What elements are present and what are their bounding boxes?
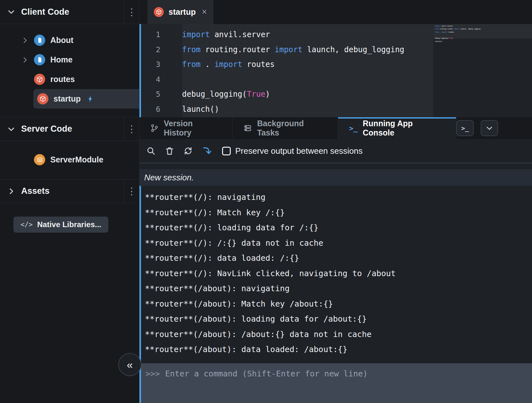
tree-item-servermodule[interactable]: ServerModule bbox=[0, 150, 139, 169]
minimap-code: import anvil.serverfrom routing.router i… bbox=[435, 25, 531, 44]
scroll-to-bottom-button[interactable] bbox=[200, 144, 214, 158]
preserve-output-label: Preserve output between sessions bbox=[235, 146, 362, 156]
tab-label: Running App Console bbox=[363, 119, 445, 137]
tab-title: startup bbox=[169, 7, 196, 17]
tasks-icon bbox=[244, 124, 252, 132]
code-text: debug_logging(True) bbox=[182, 90, 270, 99]
console-line: **router**(/about): loading data for /ab… bbox=[145, 311, 532, 327]
tab-running-app-console[interactable]: >_ Running App Console bbox=[338, 117, 456, 139]
tab-startup[interactable]: startup × bbox=[147, 0, 213, 24]
session-label: New session. bbox=[144, 173, 194, 183]
tree-item-about[interactable]: About bbox=[0, 30, 139, 50]
code-text: from . import routes bbox=[182, 60, 275, 69]
minimap-line: import anvil.server bbox=[435, 25, 531, 28]
section-title: Client Code bbox=[21, 7, 69, 17]
console-line: **router**(/): loading data for /:{} bbox=[145, 220, 532, 235]
module-icon bbox=[37, 93, 48, 104]
native-libraries-button[interactable]: </> Native Libraries... bbox=[13, 217, 108, 233]
console-output[interactable]: **router**(/): navigating**router**(/): … bbox=[139, 186, 532, 363]
kebab-menu-icon[interactable]: ⋮ bbox=[124, 179, 139, 203]
module-icon bbox=[34, 74, 45, 85]
code-text: launch() bbox=[182, 105, 219, 114]
session-divider: New session. bbox=[139, 169, 532, 186]
console-line: **router**(/about): navigating bbox=[145, 281, 532, 296]
tab-background-tasks[interactable]: Background Tasks bbox=[233, 117, 338, 139]
chevron-right-icon[interactable] bbox=[21, 56, 34, 64]
section-header-server-code[interactable]: Server Code ⋮ bbox=[0, 117, 139, 141]
terminal-icon: >_ bbox=[461, 124, 469, 132]
command-input[interactable] bbox=[165, 367, 532, 380]
form-icon bbox=[34, 35, 45, 46]
prompt-label: >>> bbox=[145, 367, 160, 380]
console-body: New session. **router**(/): navigating**… bbox=[139, 163, 532, 403]
tree-item-home[interactable]: Home bbox=[0, 50, 139, 70]
open-terminal-button[interactable]: >_ bbox=[456, 120, 474, 136]
preserve-output-checkbox[interactable] bbox=[222, 147, 231, 155]
console-toolbar: Preserve output between sessions bbox=[139, 139, 532, 163]
minimap-line: launch() bbox=[435, 40, 531, 44]
code-text: from routing.router import launch, debug… bbox=[182, 45, 404, 54]
bottom-panel-tabs: Version History Background Tasks >_ Runn… bbox=[139, 117, 532, 139]
code-text: import anvil.server bbox=[182, 30, 270, 39]
line-number: 5 bbox=[141, 90, 182, 98]
clear-output-button[interactable] bbox=[162, 144, 177, 158]
editor-tabbar: startup × bbox=[139, 0, 532, 24]
console-line: **router**(/): Match key /:{} bbox=[145, 205, 532, 220]
tree-item-label: startup bbox=[54, 94, 81, 103]
section-header-assets[interactable]: Assets ⋮ bbox=[0, 179, 139, 203]
console-line: **router**(/about): data loaded: /about:… bbox=[145, 342, 532, 357]
line-number: 4 bbox=[141, 75, 182, 84]
tab-version-history[interactable]: Version History bbox=[139, 117, 233, 139]
collapse-icon: « bbox=[127, 358, 133, 371]
code-icon: </> bbox=[21, 221, 33, 228]
minimap-line: debug_logging(True) bbox=[435, 37, 531, 41]
console-prompt-icon: >_ bbox=[349, 124, 358, 132]
minimap-line bbox=[435, 34, 531, 37]
line-number: 2 bbox=[141, 45, 182, 54]
native-libraries-label: Native Libraries... bbox=[37, 220, 101, 229]
server-module-icon bbox=[34, 154, 45, 165]
line-number: 1 bbox=[141, 30, 182, 39]
chevron-right-icon[interactable] bbox=[7, 187, 15, 195]
line-number: 3 bbox=[141, 60, 182, 69]
collapse-panel-button[interactable] bbox=[481, 120, 498, 136]
console-line: **router**(/about): Match key /about:{} bbox=[145, 296, 532, 312]
console-input-row: >>> bbox=[139, 363, 532, 403]
client-code-tree: About Home routes bbox=[0, 24, 139, 117]
anvil-ide: Client Code ⋮ About Home bbox=[0, 0, 532, 403]
close-tab-icon[interactable]: × bbox=[202, 8, 207, 16]
form-icon bbox=[34, 54, 45, 65]
chevron-down-icon[interactable] bbox=[7, 8, 15, 16]
console-line: **router**(/): navigating bbox=[145, 190, 532, 205]
collapse-sidebar-button[interactable]: « bbox=[118, 353, 141, 376]
search-button[interactable] bbox=[144, 144, 158, 158]
code-editor[interactable]: 1import anvil.server2from routing.router… bbox=[139, 24, 532, 117]
section-title: Server Code bbox=[21, 124, 72, 134]
startup-bolt-icon bbox=[87, 95, 94, 103]
chevron-down-icon bbox=[486, 124, 493, 132]
tree-item-label: ServerModule bbox=[50, 155, 103, 164]
tree-item-startup[interactable]: startup bbox=[33, 89, 139, 109]
refresh-button[interactable] bbox=[181, 144, 195, 158]
panel-actions: >_ bbox=[456, 117, 532, 139]
console-line: **router**(/): NavLink clicked, navigati… bbox=[145, 266, 532, 281]
chevron-right-icon[interactable] bbox=[21, 37, 34, 44]
console-line: **router**(/about): /about:{} data not i… bbox=[145, 327, 532, 342]
tree-item-label: routes bbox=[50, 75, 75, 84]
tab-label: Version History bbox=[164, 119, 221, 137]
branch-icon bbox=[150, 124, 159, 132]
tab-label: Background Tasks bbox=[257, 119, 327, 137]
chevron-down-icon[interactable] bbox=[7, 125, 15, 133]
minimap-line: from . import routes bbox=[435, 31, 531, 34]
kebab-menu-icon[interactable]: ⋮ bbox=[124, 117, 139, 141]
section-header-client-code[interactable]: Client Code ⋮ bbox=[0, 0, 139, 24]
minimap[interactable]: import anvil.serverfrom routing.router i… bbox=[433, 24, 532, 117]
tree-item-label: About bbox=[50, 36, 73, 45]
module-icon bbox=[154, 7, 164, 17]
sidebar: Client Code ⋮ About Home bbox=[0, 0, 139, 403]
console-line: **router**(/): data loaded: /:{} bbox=[145, 251, 532, 266]
console-line: **router**(/): /:{} data not in cache bbox=[145, 235, 532, 251]
tree-item-routes[interactable]: routes bbox=[0, 70, 139, 89]
kebab-menu-icon[interactable]: ⋮ bbox=[124, 0, 139, 24]
main-area: startup × 1import anvil.server2from rout… bbox=[139, 0, 532, 403]
